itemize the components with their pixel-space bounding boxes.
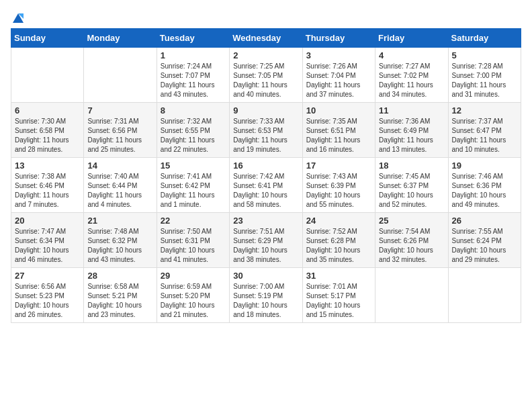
day-info: Sunrise: 7:38 AM Sunset: 6:46 PM Dayligh… [15, 172, 80, 210]
calendar-cell: 6 Sunrise: 7:30 AM Sunset: 6:58 PM Dayli… [11, 103, 84, 158]
calendar-week-row: 13 Sunrise: 7:38 AM Sunset: 6:46 PM Dayl… [11, 158, 521, 213]
calendar-cell: 1 Sunrise: 7:24 AM Sunset: 7:07 PM Dayli… [157, 48, 229, 103]
calendar-cell: 30 Sunrise: 7:00 AM Sunset: 5:19 PM Dayl… [230, 268, 302, 323]
calendar-cell [375, 268, 448, 323]
day-number: 29 [161, 271, 226, 281]
day-number: 28 [87, 271, 152, 281]
calendar-cell: 28 Sunrise: 6:58 AM Sunset: 5:21 PM Dayl… [84, 268, 157, 323]
day-number: 9 [233, 105, 298, 116]
day-info: Sunrise: 6:58 AM Sunset: 5:21 PM Dayligh… [87, 282, 152, 320]
calendar-cell: 21 Sunrise: 7:48 AM Sunset: 6:32 PM Dayl… [84, 213, 157, 268]
day-number: 5 [452, 50, 517, 60]
day-number: 26 [452, 216, 517, 226]
day-info: Sunrise: 7:00 AM Sunset: 5:19 PM Dayligh… [233, 282, 298, 320]
calendar-cell: 10 Sunrise: 7:35 AM Sunset: 6:51 PM Dayl… [302, 103, 375, 158]
day-number: 21 [87, 216, 152, 226]
day-number: 31 [306, 271, 371, 281]
calendar-cell: 22 Sunrise: 7:50 AM Sunset: 6:31 PM Dayl… [157, 213, 229, 268]
day-info: Sunrise: 7:31 AM Sunset: 6:56 PM Dayligh… [87, 117, 152, 154]
calendar-cell [11, 48, 84, 103]
calendar-cell: 3 Sunrise: 7:26 AM Sunset: 7:04 PM Dayli… [302, 48, 375, 103]
calendar-cell: 15 Sunrise: 7:41 AM Sunset: 6:42 PM Dayl… [157, 158, 229, 213]
calendar-week-row: 1 Sunrise: 7:24 AM Sunset: 7:07 PM Dayli… [11, 48, 521, 103]
day-of-week-header: Monday [84, 29, 157, 48]
day-number: 10 [306, 105, 371, 116]
calendar-cell: 31 Sunrise: 7:01 AM Sunset: 5:17 PM Dayl… [302, 268, 375, 323]
day-info: Sunrise: 7:48 AM Sunset: 6:32 PM Dayligh… [87, 227, 152, 265]
calendar-cell: 26 Sunrise: 7:55 AM Sunset: 6:24 PM Dayl… [448, 213, 521, 268]
day-info: Sunrise: 6:59 AM Sunset: 5:20 PM Dayligh… [161, 282, 226, 320]
day-info: Sunrise: 7:28 AM Sunset: 7:00 PM Dayligh… [452, 62, 517, 99]
calendar-cell: 7 Sunrise: 7:31 AM Sunset: 6:56 PM Dayli… [84, 103, 157, 158]
calendar-cell: 20 Sunrise: 7:47 AM Sunset: 6:34 PM Dayl… [11, 213, 84, 268]
day-number: 14 [87, 161, 152, 171]
logo [11, 11, 25, 21]
day-info: Sunrise: 7:41 AM Sunset: 6:42 PM Dayligh… [161, 172, 226, 210]
day-number: 4 [379, 50, 444, 60]
day-info: Sunrise: 7:27 AM Sunset: 7:02 PM Dayligh… [379, 62, 444, 99]
logo-icon [11, 11, 25, 24]
calendar-cell: 9 Sunrise: 7:33 AM Sunset: 6:53 PM Dayli… [230, 103, 302, 158]
day-number: 8 [161, 105, 226, 116]
day-number: 30 [233, 271, 298, 281]
day-info: Sunrise: 7:40 AM Sunset: 6:44 PM Dayligh… [87, 172, 152, 210]
day-info: Sunrise: 7:42 AM Sunset: 6:41 PM Dayligh… [233, 172, 298, 210]
day-info: Sunrise: 7:25 AM Sunset: 7:05 PM Dayligh… [233, 62, 298, 99]
day-of-week-header: Saturday [448, 29, 521, 48]
day-info: Sunrise: 7:37 AM Sunset: 6:47 PM Dayligh… [452, 117, 517, 154]
day-number: 27 [15, 271, 80, 281]
calendar-cell: 25 Sunrise: 7:54 AM Sunset: 6:26 PM Dayl… [375, 213, 448, 268]
day-info: Sunrise: 7:36 AM Sunset: 6:49 PM Dayligh… [379, 117, 444, 154]
day-number: 7 [87, 105, 152, 116]
day-of-week-header: Thursday [302, 29, 375, 48]
calendar-cell: 29 Sunrise: 6:59 AM Sunset: 5:20 PM Dayl… [157, 268, 229, 323]
calendar-cell [448, 268, 521, 323]
day-info: Sunrise: 7:35 AM Sunset: 6:51 PM Dayligh… [306, 117, 371, 154]
calendar-table: SundayMondayTuesdayWednesdayThursdayFrid… [11, 28, 521, 323]
day-number: 12 [452, 105, 517, 116]
day-number: 6 [15, 105, 80, 116]
day-info: Sunrise: 7:30 AM Sunset: 6:58 PM Dayligh… [15, 117, 80, 154]
day-number: 23 [233, 216, 298, 226]
day-info: Sunrise: 7:47 AM Sunset: 6:34 PM Dayligh… [15, 227, 80, 265]
calendar-cell: 16 Sunrise: 7:42 AM Sunset: 6:41 PM Dayl… [230, 158, 302, 213]
day-number: 19 [452, 161, 517, 171]
calendar-cell: 14 Sunrise: 7:40 AM Sunset: 6:44 PM Dayl… [84, 158, 157, 213]
day-info: Sunrise: 7:55 AM Sunset: 6:24 PM Dayligh… [452, 227, 517, 265]
day-info: Sunrise: 6:56 AM Sunset: 5:23 PM Dayligh… [15, 282, 80, 320]
calendar-cell: 11 Sunrise: 7:36 AM Sunset: 6:49 PM Dayl… [375, 103, 448, 158]
day-of-week-header: Wednesday [230, 29, 302, 48]
day-number: 3 [306, 50, 371, 60]
day-number: 25 [379, 216, 444, 226]
calendar-header-row: SundayMondayTuesdayWednesdayThursdayFrid… [11, 29, 521, 48]
day-info: Sunrise: 7:43 AM Sunset: 6:39 PM Dayligh… [306, 172, 371, 210]
day-of-week-header: Friday [375, 29, 448, 48]
day-info: Sunrise: 7:54 AM Sunset: 6:26 PM Dayligh… [379, 227, 444, 265]
day-info: Sunrise: 7:32 AM Sunset: 6:55 PM Dayligh… [161, 117, 226, 154]
day-number: 16 [233, 161, 298, 171]
day-number: 20 [15, 216, 80, 226]
day-info: Sunrise: 7:01 AM Sunset: 5:17 PM Dayligh… [306, 282, 371, 320]
day-info: Sunrise: 7:24 AM Sunset: 7:07 PM Dayligh… [161, 62, 226, 99]
day-of-week-header: Tuesday [157, 29, 229, 48]
day-info: Sunrise: 7:51 AM Sunset: 6:29 PM Dayligh… [233, 227, 298, 265]
day-number: 1 [161, 50, 226, 60]
day-info: Sunrise: 7:50 AM Sunset: 6:31 PM Dayligh… [161, 227, 226, 265]
day-number: 22 [161, 216, 226, 226]
calendar-cell: 5 Sunrise: 7:28 AM Sunset: 7:00 PM Dayli… [448, 48, 521, 103]
calendar-cell: 13 Sunrise: 7:38 AM Sunset: 6:46 PM Dayl… [11, 158, 84, 213]
calendar-cell: 4 Sunrise: 7:27 AM Sunset: 7:02 PM Dayli… [375, 48, 448, 103]
calendar-cell [84, 48, 157, 103]
day-number: 17 [306, 161, 371, 171]
day-of-week-header: Sunday [11, 29, 84, 48]
day-info: Sunrise: 7:26 AM Sunset: 7:04 PM Dayligh… [306, 62, 371, 99]
calendar-cell: 17 Sunrise: 7:43 AM Sunset: 6:39 PM Dayl… [302, 158, 375, 213]
calendar-cell: 2 Sunrise: 7:25 AM Sunset: 7:05 PM Dayli… [230, 48, 302, 103]
calendar-cell: 8 Sunrise: 7:32 AM Sunset: 6:55 PM Dayli… [157, 103, 229, 158]
calendar-cell: 19 Sunrise: 7:46 AM Sunset: 6:36 PM Dayl… [448, 158, 521, 213]
day-info: Sunrise: 7:45 AM Sunset: 6:37 PM Dayligh… [379, 172, 444, 210]
day-number: 15 [161, 161, 226, 171]
calendar-cell: 24 Sunrise: 7:52 AM Sunset: 6:28 PM Dayl… [302, 213, 375, 268]
day-number: 24 [306, 216, 371, 226]
calendar-week-row: 20 Sunrise: 7:47 AM Sunset: 6:34 PM Dayl… [11, 213, 521, 268]
